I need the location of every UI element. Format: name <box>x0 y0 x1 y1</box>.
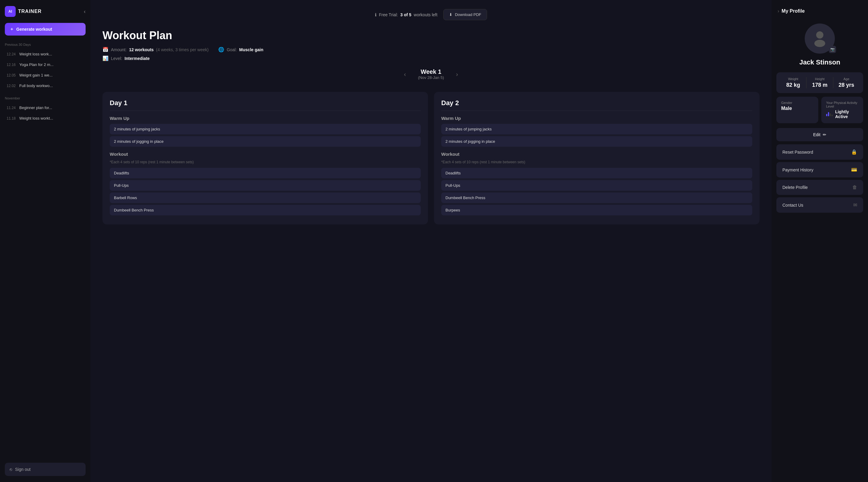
logo-icon: AI <box>5 6 16 17</box>
goal-icon: 🌐 <box>218 47 224 53</box>
weight-stat: Weight 82 kg <box>780 77 806 88</box>
list-item: Barbell Rows <box>110 193 421 203</box>
right-panel: › My Profile 📷 Jack Stinson Weight 82 kg… <box>772 0 868 482</box>
history-date: 11.24 <box>7 106 16 110</box>
gender-label: Gender <box>781 101 813 104</box>
list-item[interactable]: 12.02 Full body workwo... <box>5 81 86 90</box>
list-item[interactable]: 12.05 Weignt gain 1 we... <box>5 70 86 80</box>
app-name: TRAINER <box>18 9 41 14</box>
day-1-warmup-label: Warm Up <box>110 116 421 121</box>
collapse-icon[interactable]: ‹ <box>84 8 86 15</box>
plan-amount: 📅 Amount: 12 workouts (4 weeks, 3 times … <box>102 47 209 53</box>
day-2-workout-label: Workout <box>441 152 752 157</box>
list-item[interactable]: 11.18 Weight loss workt... <box>5 114 86 123</box>
age-value: 28 yrs <box>836 82 857 88</box>
days-grid: Day 1 Warm Up 2 minutes of jumping jacks… <box>102 92 760 224</box>
day-1-card: Day 1 Warm Up 2 minutes of jumping jacks… <box>102 92 428 224</box>
height-stat: Height 178 m <box>807 77 833 88</box>
history-title: Weight loss work... <box>19 52 52 56</box>
age-label: Age <box>836 77 857 81</box>
panel-expand-icon[interactable]: › <box>778 8 779 14</box>
history-section-label: Previous 30 Days <box>5 43 86 46</box>
edit-profile-button[interactable]: Edit ✏ <box>776 128 863 141</box>
list-item: Dumbeell Bench Press <box>441 193 752 203</box>
list-item[interactable]: 12.24 Weight loss work... <box>5 50 86 59</box>
history-title: Full body workwo... <box>19 84 53 88</box>
list-item: Deadlifts <box>441 168 752 178</box>
week-label: Week 1 (Nov 28-Jan 5) <box>418 68 444 80</box>
info-icon: ℹ <box>375 12 376 17</box>
signout-label: Sign out <box>15 467 30 472</box>
bar-1 <box>826 114 827 116</box>
list-item: 2 minutes of jogging in place <box>110 136 421 147</box>
delete-profile-button[interactable]: Delete Profile 🗑 <box>776 180 863 195</box>
download-icon: ⬇ <box>449 12 453 17</box>
history-date: 11.18 <box>7 116 16 121</box>
activity-card: Your Physical Activity Level Lightly Act… <box>821 97 863 123</box>
payment-history-button[interactable]: Payment History 💳 <box>776 162 863 178</box>
payment-history-label: Payment History <box>782 167 813 172</box>
panel-header: › My Profile <box>776 6 863 16</box>
age-stat: Age 28 yrs <box>833 77 860 88</box>
gender-card: Gender Male <box>776 97 818 123</box>
activity-value-row: Lightly Active <box>826 109 858 119</box>
history-title: Beginner plan for... <box>19 105 52 110</box>
plan-goal: 🌐 Goal: Muscle gain <box>218 47 264 53</box>
day-1-title: Day 1 <box>110 99 421 111</box>
next-week-button[interactable]: › <box>453 70 461 79</box>
profile-name: Jack Stinson <box>776 59 863 66</box>
avatar-container: 📷 <box>776 24 863 54</box>
camera-icon[interactable]: 📷 <box>829 46 836 53</box>
day-2-warmup-label: Warm Up <box>441 116 752 121</box>
panel-title: My Profile <box>781 8 804 14</box>
trial-count: 3 of 5 <box>400 12 411 17</box>
history-section-recent: Previous 30 Days 12.24 Weight loss work.… <box>5 43 86 92</box>
weight-label: Weight <box>782 77 804 81</box>
svg-point-0 <box>816 31 824 38</box>
main-content: ℹ Free Trial: 3 of 5 workouts left ⬇ Dow… <box>90 0 772 482</box>
edit-label: Edit <box>813 132 820 137</box>
lock-icon: 🔒 <box>851 149 857 155</box>
reset-password-button[interactable]: Reset Password 🔒 <box>776 144 863 160</box>
height-label: Height <box>809 77 830 81</box>
contact-us-label: Contact Us <box>782 203 803 207</box>
download-pdf-button[interactable]: ⬇ Download PDF <box>443 9 487 20</box>
bar-2 <box>828 112 829 116</box>
trial-text: Free Trial: <box>379 12 398 17</box>
list-item: Deadlifts <box>110 168 421 178</box>
day-1-workout-label: Workout <box>110 152 421 157</box>
activity-bars-icon <box>826 112 833 116</box>
list-item[interactable]: 12.16 Yoga Plan for 2 m... <box>5 60 86 69</box>
day-2-workout-note: *Each 4 sets of 10 reps (rest 1 minute b… <box>441 160 752 165</box>
activity-label: Your Physical Activity Level <box>826 101 858 108</box>
history-title: Yoga Plan for 2 m... <box>19 62 54 67</box>
history-date: 12.02 <box>7 84 16 88</box>
list-item: 2 minutes of jumping jacks <box>110 124 421 134</box>
list-item: Dumbeell Bench Press <box>110 205 421 215</box>
gender-activity-row: Gender Male Your Physical Activity Level… <box>776 97 863 123</box>
sign-out-button[interactable]: ⎋ Sign out <box>5 463 86 476</box>
history-section-november: November 11.24 Beginner plan for... 11.1… <box>5 96 86 124</box>
list-item: 2 minutes of jumping jacks <box>441 124 752 134</box>
list-item[interactable]: 11.24 Beginner plan for... <box>5 103 86 113</box>
plus-icon: ＋ <box>10 27 14 32</box>
history-date: 12.16 <box>7 63 16 67</box>
contact-us-button[interactable]: Contact Us ✉ <box>776 197 863 213</box>
generate-workout-button[interactable]: ＋ Generate workout <box>5 23 86 36</box>
level-icon: 📊 <box>102 56 108 61</box>
list-item: Pull-Ups <box>441 180 752 191</box>
prev-week-button[interactable]: ‹ <box>401 70 409 79</box>
list-item: 2 minutes of jogging in place <box>441 136 752 147</box>
history-title: Weignt gain 1 we... <box>19 73 53 77</box>
activity-value: Lightly Active <box>835 109 858 119</box>
history-date: 12.24 <box>7 52 16 56</box>
sidebar: AI TRAINER ‹ ＋ Generate workout Previous… <box>0 0 90 482</box>
history-date: 12.05 <box>7 73 16 77</box>
svg-point-1 <box>814 40 825 47</box>
history-section-label: November <box>5 96 86 100</box>
bar-4 <box>832 115 833 116</box>
gender-value: Male <box>781 106 813 111</box>
weight-value: 82 kg <box>782 82 804 88</box>
reset-password-label: Reset Password <box>782 150 813 155</box>
delete-profile-label: Delete Profile <box>782 185 808 190</box>
